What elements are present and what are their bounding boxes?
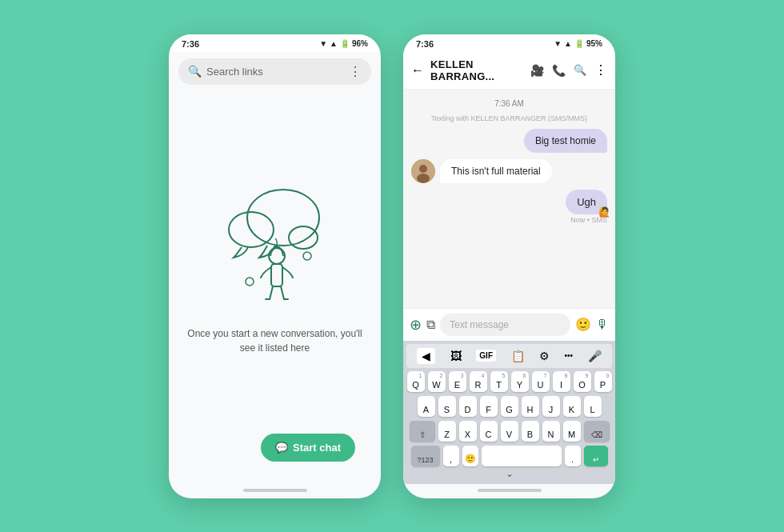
header-actions: 🎥 📞 🔍 ⋮: [530, 62, 607, 78]
key-s[interactable]: S: [438, 396, 456, 417]
voice-mic-icon[interactable]: 🎙: [596, 318, 609, 332]
keyboard-mic-icon[interactable]: 🎤: [588, 350, 602, 362]
key-t[interactable]: 5T: [490, 371, 508, 392]
key-emoji-picker[interactable]: 🙂: [462, 446, 478, 466]
key-o[interactable]: 9O: [574, 371, 591, 392]
key-w[interactable]: 2W: [428, 371, 446, 392]
keyboard: ◀ 🖼 GIF 📋 ⚙ ••• 🎤 1Q 2W 3E 4R 5T 6Y 7U 8…: [403, 341, 615, 484]
phone-call-icon[interactable]: 📞: [552, 64, 566, 77]
left-phone: 7:36 ▼ ▲ 🔋 96% 🔍 Search links ⋮: [169, 34, 381, 498]
more-vert-icon[interactable]: ⋮: [349, 64, 362, 79]
emoji-reaction-badge: 🙋: [598, 206, 610, 218]
message-sent-text: Big test homie: [535, 135, 596, 146]
key-x[interactable]: X: [459, 421, 477, 442]
wifi-icon: ▼: [319, 39, 327, 48]
right-time: 7:36: [416, 39, 434, 49]
message-received-bubble: This isn't full material: [440, 159, 552, 183]
input-placeholder: Text message: [450, 319, 509, 330]
message-input[interactable]: Text message: [440, 314, 570, 336]
key-f[interactable]: F: [480, 396, 498, 417]
key-period[interactable]: .: [565, 446, 581, 466]
right-phone: 7:36 ▼ ▲ 🔋 95% ← KELLEN BARRANG... 🎥 📞 🔍…: [403, 34, 615, 498]
battery-pct-r: 95%: [586, 39, 602, 48]
key-l[interactable]: L: [584, 396, 602, 417]
hide-keyboard-icon[interactable]: ⌄: [406, 466, 612, 479]
key-u[interactable]: 7U: [532, 371, 550, 392]
key-c[interactable]: C: [480, 421, 498, 442]
key-comma[interactable]: ,: [443, 446, 459, 466]
key-k[interactable]: K: [563, 396, 581, 417]
svg-point-4: [246, 278, 254, 286]
search-input-label: Search links: [206, 66, 344, 78]
home-indicator: [243, 489, 307, 492]
message-input-row: ⊕ ⧉ Text message 🙂 🎙: [403, 308, 615, 341]
left-time: 7:36: [182, 39, 199, 49]
key-e[interactable]: 3E: [449, 371, 466, 392]
key-h[interactable]: H: [522, 396, 539, 417]
battery-pct: 96%: [352, 39, 368, 48]
battery-icon-r: 🔋: [574, 39, 584, 48]
key-g[interactable]: G: [501, 396, 518, 417]
sticker-icon[interactable]: ⧉: [426, 318, 435, 332]
key-i[interactable]: 8I: [553, 371, 570, 392]
chat-body: 7:36 AM Texting with KELLEN BARRANGER (S…: [403, 90, 615, 308]
key-row-bottom: ?123 , 🙂 . ↵: [406, 446, 612, 466]
empty-state-text: Once you start a new conversation, you'l…: [182, 326, 368, 355]
contact-name: KELLEN BARRANG...: [430, 58, 524, 82]
key-b[interactable]: B: [522, 421, 539, 442]
key-row-2: A S D F G H J K L: [406, 396, 612, 417]
keyboard-sticker-icon[interactable]: 🖼: [450, 350, 462, 362]
signal-icon-r: ▲: [564, 39, 572, 48]
key-d[interactable]: D: [459, 396, 477, 417]
key-q[interactable]: 1Q: [407, 371, 425, 392]
keyboard-settings-icon[interactable]: ⚙: [539, 350, 550, 362]
chat-header: ← KELLEN BARRANG... 🎥 📞 🔍 ⋮: [403, 52, 615, 90]
svg-rect-6: [271, 264, 282, 286]
key-n[interactable]: N: [542, 421, 560, 442]
key-m[interactable]: M: [563, 421, 581, 442]
key-p[interactable]: 0P: [594, 371, 612, 392]
message-ugh-bubble: Ugh 🙋: [566, 190, 607, 214]
key-123[interactable]: ?123: [411, 446, 440, 466]
keyboard-clipboard-icon[interactable]: 📋: [511, 350, 525, 362]
home-indicator-right: [478, 489, 542, 492]
start-chat-button[interactable]: 💬 Start chat: [261, 434, 355, 462]
message-received-row: This isn't full material: [411, 159, 607, 183]
key-row-3: ⇧ Z X C V B N M ⌫: [406, 421, 612, 442]
contact-avatar: [411, 159, 435, 183]
key-r[interactable]: 4R: [470, 371, 487, 392]
add-icon[interactable]: ⊕: [410, 316, 422, 334]
key-a[interactable]: A: [418, 396, 435, 417]
left-status-bar: 7:36 ▼ ▲ 🔋 96%: [169, 34, 381, 52]
keyboard-back-icon[interactable]: ◀: [417, 348, 435, 364]
service-text: Texting with KELLEN BARRANGER (SMS/MMS): [411, 114, 607, 122]
empty-illustration: [211, 170, 339, 314]
keyboard-gif-icon[interactable]: GIF: [476, 350, 496, 362]
key-shift[interactable]: ⇧: [410, 421, 435, 442]
svg-point-9: [417, 174, 430, 183]
key-y[interactable]: 6Y: [511, 371, 529, 392]
chat-timestamp: 7:36 AM: [411, 99, 607, 108]
key-row-1: 1Q 2W 3E 4R 5T 6Y 7U 8I 9O 0P: [406, 371, 612, 392]
wifi-icon-r: ▼: [554, 39, 562, 48]
search-chat-icon[interactable]: 🔍: [574, 64, 586, 76]
key-enter[interactable]: ↵: [584, 446, 608, 466]
emoji-icon[interactable]: 🙂: [575, 317, 591, 332]
message-ugh-row: Ugh 🙋 Now • SMS: [566, 190, 607, 224]
svg-point-0: [247, 190, 319, 246]
key-v[interactable]: V: [501, 421, 518, 442]
more-options-icon[interactable]: ⋮: [594, 62, 607, 78]
start-chat-icon: 💬: [275, 442, 288, 454]
key-j[interactable]: J: [542, 396, 560, 417]
back-button[interactable]: ←: [411, 63, 424, 78]
message-sent-bubble: Big test homie: [524, 129, 607, 153]
video-call-icon[interactable]: 🎥: [530, 64, 544, 77]
search-bar[interactable]: 🔍 Search links ⋮: [178, 58, 371, 85]
key-space[interactable]: [482, 446, 562, 466]
svg-point-3: [303, 252, 311, 260]
empty-state: Once you start a new conversation, you'l…: [169, 91, 381, 434]
key-z[interactable]: Z: [438, 421, 456, 442]
key-rows: 1Q 2W 3E 4R 5T 6Y 7U 8I 9O 0P A S D F G …: [406, 371, 612, 466]
key-backspace[interactable]: ⌫: [584, 421, 610, 442]
keyboard-more-icon[interactable]: •••: [565, 351, 574, 360]
